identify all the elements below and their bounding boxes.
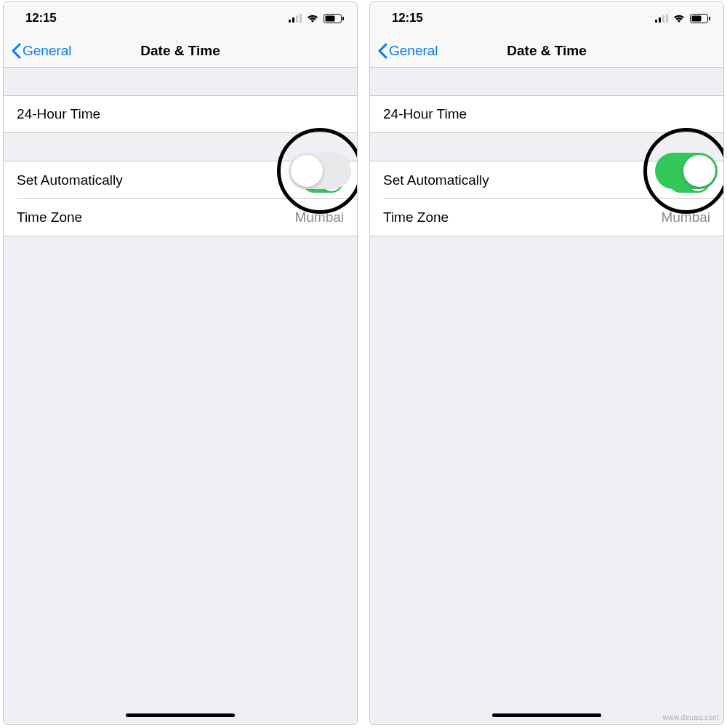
svg-rect-3 bbox=[300, 14, 302, 23]
phone-screenshot-left: 12:15 General Date & Time 24-Hour Time bbox=[3, 1, 358, 725]
svg-rect-10 bbox=[666, 14, 668, 23]
nav-bar: General Date & Time bbox=[370, 34, 723, 68]
row-label: Set Automatically bbox=[17, 172, 123, 188]
row-value: Mumbai bbox=[294, 209, 344, 225]
back-button[interactable]: General bbox=[11, 43, 72, 59]
row-value: Mumbai bbox=[661, 209, 710, 225]
svg-rect-12 bbox=[692, 15, 702, 21]
status-time: 12:15 bbox=[392, 11, 422, 25]
svg-rect-7 bbox=[655, 20, 657, 23]
nav-bar: General Date & Time bbox=[4, 34, 357, 68]
row-time-zone[interactable]: Time Zone Mumbai bbox=[370, 199, 723, 236]
svg-rect-13 bbox=[709, 17, 710, 20]
row-24-hour-time[interactable]: 24-Hour Time bbox=[4, 95, 357, 133]
svg-rect-1 bbox=[292, 17, 294, 23]
wifi-icon bbox=[306, 14, 319, 23]
chevron-left-icon bbox=[11, 43, 21, 59]
home-indicator[interactable] bbox=[492, 713, 601, 717]
wifi-icon bbox=[672, 14, 686, 23]
row-label: Set Automatically bbox=[383, 172, 489, 188]
settings-content: 24-Hour Time Set Automatically Time Zone… bbox=[370, 68, 723, 724]
home-indicator[interactable] bbox=[126, 713, 235, 717]
row-label: 24-Hour Time bbox=[17, 106, 100, 122]
svg-rect-8 bbox=[659, 17, 661, 23]
phone-screenshot-right: 12:15 General Date & Time 24-Hour Time bbox=[369, 1, 724, 725]
battery-icon bbox=[324, 14, 344, 23]
svg-rect-0 bbox=[289, 20, 291, 23]
status-icons bbox=[289, 14, 344, 23]
chevron-left-icon bbox=[377, 43, 387, 59]
back-label: General bbox=[23, 43, 72, 59]
svg-rect-9 bbox=[662, 15, 664, 23]
battery-icon bbox=[690, 14, 710, 23]
status-bar: 12:15 bbox=[370, 2, 723, 34]
cellular-signal-icon bbox=[289, 14, 302, 23]
svg-rect-5 bbox=[326, 15, 335, 21]
toggle-24-hour-enlarged[interactable] bbox=[655, 153, 718, 189]
toggle-24-hour-enlarged[interactable] bbox=[289, 153, 351, 189]
status-time: 12:15 bbox=[25, 11, 56, 25]
row-label: Time Zone bbox=[383, 209, 449, 225]
svg-rect-6 bbox=[342, 17, 344, 20]
row-time-zone[interactable]: Time Zone Mumbai bbox=[4, 199, 357, 236]
status-bar: 12:15 bbox=[4, 2, 357, 34]
row-label: 24-Hour Time bbox=[383, 106, 467, 122]
back-label: General bbox=[389, 43, 438, 59]
watermark: www.deuaq.com bbox=[663, 713, 719, 721]
settings-content: 24-Hour Time Set Automatically Time Zone… bbox=[4, 68, 357, 724]
row-label: Time Zone bbox=[17, 209, 82, 225]
back-button[interactable]: General bbox=[377, 43, 438, 59]
row-24-hour-time[interactable]: 24-Hour Time bbox=[370, 95, 723, 133]
svg-rect-2 bbox=[296, 15, 298, 23]
status-icons bbox=[655, 14, 710, 23]
cellular-signal-icon bbox=[655, 14, 668, 23]
